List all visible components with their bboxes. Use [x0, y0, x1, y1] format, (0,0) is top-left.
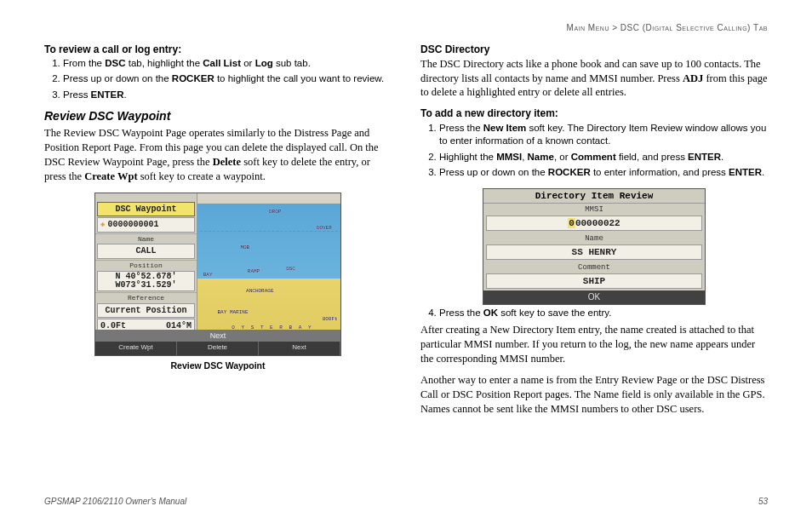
body-text: The DSC Directory acts like a phone book… [420, 57, 768, 101]
mmsi-field[interactable]: 000000022 [486, 216, 702, 232]
list-item: Press the OK soft key to save the entry. [439, 307, 768, 320]
delete-button[interactable]: Delete [177, 342, 259, 355]
subhead-review-dsc: Review DSC Waypoint [44, 108, 392, 124]
button-bar: Create Wpt Delete Next [95, 342, 340, 355]
comment-label: Comment [483, 262, 705, 273]
id-field: ◈ 0000000001 [97, 217, 195, 233]
footer: GPSMAP 2106/2110 Owner's Manual 53 [44, 496, 768, 508]
review-heading: To review a call or log entry: [44, 43, 392, 56]
body-text: After creating a New Directory Item entr… [420, 323, 768, 366]
map-label: DSC [286, 266, 295, 273]
map-label: MOB [240, 244, 249, 251]
next-bar: Next [95, 330, 340, 342]
map-label: BAY MARINE [218, 309, 249, 316]
review-steps: From the DSC tab, highlight the Call Lis… [44, 57, 392, 102]
add-steps: Press the New Item soft key. The Directo… [420, 122, 768, 180]
ref-field: Current Position [97, 303, 195, 319]
page-number: 53 [758, 496, 768, 508]
mmsi-label: MMSI [483, 204, 705, 215]
ref-label: Reference [95, 292, 197, 303]
list-item: Press up or down on the ROCKER to enter … [439, 166, 768, 180]
map-label: RAMP [248, 268, 260, 275]
right-column: DSC Directory The DSC Directory acts lik… [420, 43, 768, 423]
comment-field[interactable]: SHIP [486, 273, 702, 290]
screen-title: Directory Item Review [483, 189, 705, 204]
cursor-char: 0 [568, 218, 575, 228]
map-area: DROP DOVER MOB BAY RAMP DSC ANCHORAGE BA… [197, 204, 340, 340]
wpt-field: DSC Waypoint [97, 202, 195, 217]
pos-field: N 40°52.678' W073°31.529' [97, 271, 195, 291]
left-column: To review a call or log entry: From the … [44, 43, 392, 423]
figure-caption: Review DSC Waypoint [44, 359, 392, 371]
name-field[interactable]: SS HENRY [486, 244, 702, 261]
map-label: DOVER [317, 225, 332, 232]
pos-label: Position [95, 260, 197, 271]
ok-button[interactable]: OK [483, 290, 705, 304]
map-scale: 800Ft [323, 316, 338, 323]
device-screen: Review DSC Waypoint ◈ 0000000001 Name CA… [94, 193, 341, 356]
list-item: Press the New Item soft key. The Directo… [439, 122, 768, 148]
list-item: Press up or down on the ROCKER to highli… [63, 72, 392, 86]
body-text: Another way to enter a name is from the … [420, 373, 768, 417]
footer-title: GPSMAP 2106/2110 Owner's Manual [44, 496, 186, 508]
dsc-directory-heading: DSC Directory [420, 43, 768, 56]
mmsi-rest: 00000022 [575, 218, 620, 228]
map-label: BAY [203, 272, 213, 279]
map-label: ANCHORAGE [246, 288, 273, 295]
add-directory-heading: To add a new directory item: [420, 106, 768, 120]
add-steps-cont: Press the OK soft key to save the entry. [420, 307, 768, 320]
next-button[interactable]: Next [259, 342, 340, 355]
list-item: Highlight the MMSI, Name, or Comment fie… [439, 151, 768, 164]
id-value: 0000000001 [107, 219, 158, 231]
list-item: From the DSC tab, highlight the Call Lis… [63, 57, 392, 71]
figure-directory: Directory Item Review MMSI 000000022 Nam… [420, 188, 768, 305]
lon: W073°31.529' [100, 281, 192, 290]
list-item: Press ENTER. [63, 89, 392, 102]
map-label: DROP [269, 209, 281, 216]
name-label: Name [95, 233, 197, 244]
breadcrumb: Main Menu > DSC (Digital Selective Calli… [44, 22, 768, 34]
name-label: Name [483, 233, 705, 244]
body-text: The Review DSC Waypoint Page operates si… [44, 126, 392, 184]
figure-review-dsc: Review DSC Waypoint ◈ 0000000001 Name CA… [44, 193, 392, 371]
flag-icon: ◈ [100, 220, 105, 230]
create-wpt-button[interactable]: Create Wpt [95, 342, 177, 355]
device-screen: Directory Item Review MMSI 000000022 Nam… [483, 188, 706, 305]
name-field: CALL [97, 244, 195, 259]
